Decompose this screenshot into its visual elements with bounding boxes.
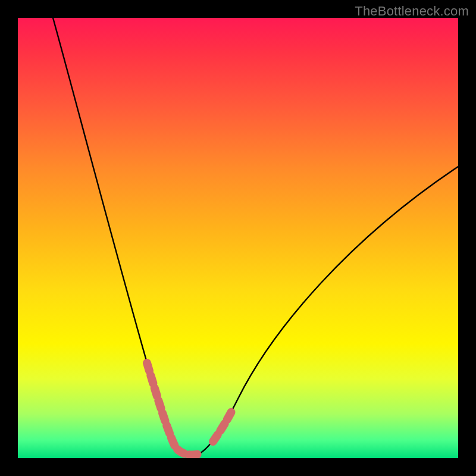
chart-svg — [18, 18, 458, 458]
plot-area — [18, 18, 458, 458]
valley-highlight — [177, 449, 199, 455]
right-ascent-highlight — [213, 408, 233, 441]
chart-container: TheBottleneck.com — [0, 0, 476, 476]
watermark-text: TheBottleneck.com — [355, 4, 469, 19]
left-descent-highlight — [147, 363, 175, 446]
bottleneck-curve — [53, 18, 458, 455]
